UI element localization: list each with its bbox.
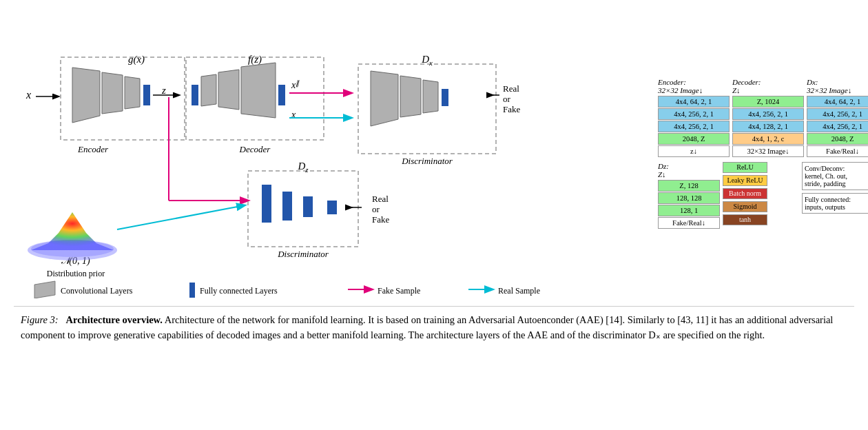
diagram-section: x Encoder g(x) z	[14, 7, 854, 303]
svg-rect-31	[442, 89, 448, 106]
legend-sigmoid: Sigmoid	[723, 201, 799, 212]
dx-row-4: 2048, Z	[807, 133, 868, 145]
svg-marker-18	[218, 70, 239, 110]
svg-text:Fake Sample: Fake Sample	[378, 286, 420, 296]
svg-marker-4	[102, 72, 123, 114]
svg-rect-42	[327, 201, 337, 214]
legend-leakyrelu: Leaky ReLU	[723, 175, 799, 186]
svg-marker-17	[201, 74, 216, 106]
svg-text:Discriminator: Discriminator	[277, 249, 329, 259]
svg-marker-19	[241, 63, 276, 118]
dx-row-1: 4x4, 64, 2, 1	[807, 96, 868, 108]
dx-row-5: Fake/Real↓	[807, 145, 868, 157]
tables-bottom: Dz: Z↓ Z, 128 128, 128 128, 1 Fake/Real↓…	[658, 162, 868, 229]
enc-row-4: 2048, Z	[658, 133, 730, 145]
svg-text:Decoder: Decoder	[239, 144, 271, 154]
svg-marker-53	[34, 281, 55, 298]
svg-rect-41	[303, 196, 313, 217]
caption-bold: Architecture overview.	[66, 314, 163, 325]
tanh-box: tanh	[723, 214, 767, 225]
encoder-col: Encoder: 32×32 Image↓ 4x4, 64, 2, 1 4x4,…	[658, 78, 730, 158]
svg-text:x‖: x‖	[291, 79, 300, 90]
svg-point-51	[31, 240, 114, 257]
svg-text:Real: Real	[372, 194, 389, 204]
dx-row-2: 4x4, 256, 2, 1	[807, 108, 868, 120]
dz-header: Dz: Z↓	[658, 162, 720, 178]
batchnorm-box: Batch norm	[723, 188, 767, 199]
leakyrelu-box: Leaky ReLU	[723, 175, 767, 186]
svg-text:Distribution prior: Distribution prior	[47, 269, 105, 278]
svg-marker-28	[371, 71, 398, 126]
svg-marker-3	[72, 68, 100, 123]
encoder-header: Encoder: 32×32 Image↓	[658, 78, 730, 94]
svg-rect-6	[143, 85, 150, 105]
enc-row-3: 4x4, 256, 2, 1	[658, 121, 730, 132]
legend-col: ReLU Leaky ReLU Batch norm Sigmoid	[723, 162, 799, 229]
decoder-col: Decoder: Z↓ Z, 1024 4x4, 256, 2, 1 4x4, …	[732, 78, 804, 158]
decoder-header: Decoder: Z↓	[732, 78, 804, 94]
svg-text:Convolutional Layers: Convolutional Layers	[61, 286, 133, 296]
svg-text:z: z	[161, 85, 166, 96]
dz-row-4: Fake/Real↓	[658, 217, 720, 229]
svg-text:or: or	[372, 204, 380, 214]
legend-relu: ReLU	[723, 162, 799, 173]
conv-deconv-col: Conv/Deconv:kernel, Ch. out,stride, padd…	[802, 162, 868, 229]
svg-diagram: x Encoder g(x) z	[21, 16, 654, 298]
dx-row-3: 4x4, 256, 2, 1	[807, 121, 868, 132]
dec-row-5: 32×32 Image↓	[732, 145, 804, 157]
dec-row-3: 4x4, 128, 2, 1	[732, 121, 804, 132]
dec-row-2: 4x4, 256, 2, 1	[732, 108, 804, 120]
svg-text:Real Sample: Real Sample	[498, 286, 540, 296]
figure-area: x Encoder g(x) z	[14, 7, 854, 349]
svg-text:or: or	[503, 94, 511, 104]
relu-box: ReLU	[723, 162, 767, 173]
dz-row-1: Z, 128	[658, 180, 720, 192]
conv-deconv-desc: Conv/Deconv:kernel, Ch. out,stride, padd…	[802, 162, 868, 190]
svg-rect-39	[262, 185, 271, 223]
svg-text:Fully connected Layers: Fully connected Layers	[200, 286, 278, 296]
enc-row-5: z↓	[658, 145, 730, 157]
enc-row-1: 4x4, 64, 2, 1	[658, 96, 730, 108]
svg-text:Real: Real	[503, 83, 519, 94]
svg-marker-5	[125, 76, 140, 109]
dz-row-3: 128, 1	[658, 205, 720, 216]
fc-desc: Fully connected:inputs, outputs	[802, 193, 868, 214]
dz-col: Dz: Z↓ Z, 128 128, 128 128, 1 Fake/Real↓	[658, 162, 720, 229]
tables-top: Encoder: 32×32 Image↓ 4x4, 64, 2, 1 4x4,…	[658, 78, 868, 158]
svg-text:Fake: Fake	[372, 214, 390, 225]
svg-text:x: x	[25, 89, 31, 101]
enc-row-2: 4x4, 256, 2, 1	[658, 108, 730, 120]
dz-row-2: 128, 128	[658, 192, 720, 204]
svg-rect-20	[278, 85, 285, 105]
dec-row-4: 4x4, 1, 2, c	[732, 133, 804, 145]
svg-text:Dz: Dz	[297, 161, 309, 174]
svg-text:g(x): g(x)	[128, 54, 145, 65]
right-tables: Encoder: 32×32 Image↓ 4x4, 64, 2, 1 4x4,…	[658, 78, 868, 229]
caption-label: Figure 3:	[21, 314, 59, 325]
svg-rect-16	[192, 85, 198, 105]
svg-text:Dx: Dx	[421, 54, 433, 67]
svg-rect-40	[282, 192, 292, 221]
sigmoid-box: Sigmoid	[723, 201, 767, 212]
dec-row-1: Z, 1024	[732, 96, 804, 108]
dx-header: Dx: 32×32 Image↓	[807, 78, 868, 94]
svg-text:Fake: Fake	[503, 104, 521, 114]
svg-line-52	[117, 205, 245, 229]
dx-col: Dx: 32×32 Image↓ 4x4, 64, 2, 1 4x4, 256,…	[807, 78, 868, 158]
legend-batchnorm: Batch norm	[723, 188, 799, 199]
svg-text:Encoder: Encoder	[77, 144, 109, 154]
svg-marker-29	[400, 76, 421, 117]
legend-tanh: tanh	[723, 214, 799, 225]
svg-text:f(z): f(z)	[248, 54, 262, 65]
svg-marker-30	[423, 80, 438, 113]
svg-rect-55	[189, 283, 195, 298]
figure-caption: Figure 3: Architecture overview. Archite…	[14, 306, 854, 349]
svg-text:Discriminator: Discriminator	[401, 156, 453, 166]
